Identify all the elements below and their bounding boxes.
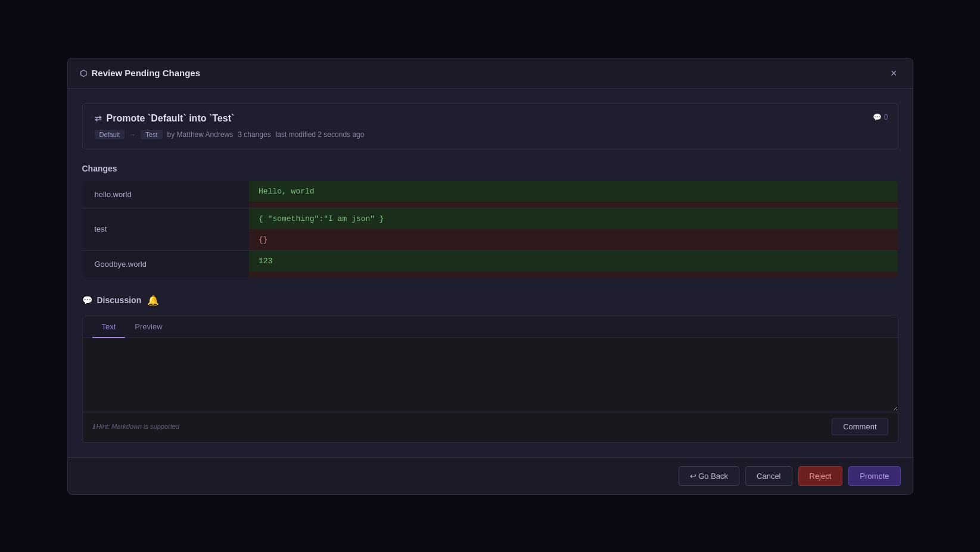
table-row: Goodbye.world 123 (82, 250, 898, 277)
arrow-icon: → (129, 131, 136, 138)
value-cell: { "something":"I am json" } {} (249, 208, 898, 250)
discussion-title-text: Discussion (97, 295, 142, 305)
key-label: test (83, 216, 250, 242)
tag-test: Test (141, 130, 162, 139)
promotion-title-text: Promote `Default` into `Test` (107, 113, 235, 124)
markdown-hint: ℹ Hint: Markdown is supported (92, 423, 179, 431)
value-new: { "something":"I am json" } (249, 208, 898, 229)
value-new: Hello, world (249, 181, 898, 202)
key-cell: hello.world (82, 180, 249, 208)
comment-button[interactable]: Comment (832, 418, 888, 435)
promotion-title: ⇄ Promote `Default` into `Test` (95, 113, 886, 124)
discussion-icon: 💬 (82, 295, 92, 305)
key-cell: Goodbye.world (82, 250, 249, 277)
promotion-card: ⇄ Promote `Default` into `Test` Default … (82, 103, 898, 149)
comment-footer: ℹ Hint: Markdown is supported Comment (83, 413, 898, 442)
value-cell: 123 (249, 250, 898, 277)
cancel-button[interactable]: Cancel (745, 466, 792, 486)
tab-preview[interactable]: Preview (125, 316, 172, 338)
changes-section-title: Changes (82, 164, 898, 173)
promote-button[interactable]: Promote (848, 466, 900, 486)
value-old: {} (249, 229, 898, 250)
value-old (249, 272, 898, 277)
tag-default: Default (95, 130, 125, 139)
bell-icon[interactable]: 🔔 (147, 295, 159, 306)
reject-button[interactable]: Reject (798, 466, 843, 486)
discussion-title: 💬 Discussion (82, 295, 142, 305)
modal-title: ⬡ Review Pending Changes (80, 68, 201, 78)
value-new: 123 (249, 251, 898, 272)
discussion-panel: Text Preview ℹ Hint: Markdown is support… (82, 316, 898, 443)
comment-count: 💬 0 (873, 113, 888, 121)
modal-header: ⬡ Review Pending Changes × (68, 58, 913, 89)
modal-title-text: Review Pending Changes (92, 68, 201, 78)
discussion-header: 💬 Discussion 🔔 (82, 295, 898, 306)
key-cell: test (82, 208, 249, 250)
promotion-meta: Default → Test by Matthew Andrews 3 chan… (95, 130, 886, 139)
promote-icon: ⇄ (95, 114, 102, 123)
promotion-changes-count: 3 changes (238, 130, 270, 139)
key-label: hello.world (83, 182, 250, 207)
close-button[interactable]: × (887, 67, 901, 80)
go-back-button[interactable]: ↩ Go Back (679, 466, 739, 486)
modal-overlay: ⬡ Review Pending Changes × ⇄ Promote `De… (0, 0, 980, 552)
comment-textarea[interactable] (83, 338, 898, 411)
value-cell: Hello, world (249, 180, 898, 208)
value-old (249, 202, 898, 208)
table-row: test { "something":"I am json" } {} (82, 208, 898, 250)
modal-body: ⇄ Promote `Default` into `Test` Default … (68, 89, 913, 457)
tab-text[interactable]: Text (92, 316, 126, 338)
table-row: hello.world Hello, world (82, 180, 898, 208)
promotion-author: by Matthew Andrews (167, 130, 234, 139)
key-label: Goodbye.world (83, 251, 250, 277)
promotion-last-modified: last modified 2 seconds ago (276, 130, 365, 139)
review-icon: ⬡ (80, 68, 87, 78)
tabs-bar: Text Preview (83, 316, 898, 338)
modal-footer: ↩ Go Back Cancel Reject Promote (68, 457, 913, 494)
changes-table: hello.world Hello, world test { (82, 180, 898, 278)
review-modal: ⬡ Review Pending Changes × ⇄ Promote `De… (67, 58, 913, 495)
